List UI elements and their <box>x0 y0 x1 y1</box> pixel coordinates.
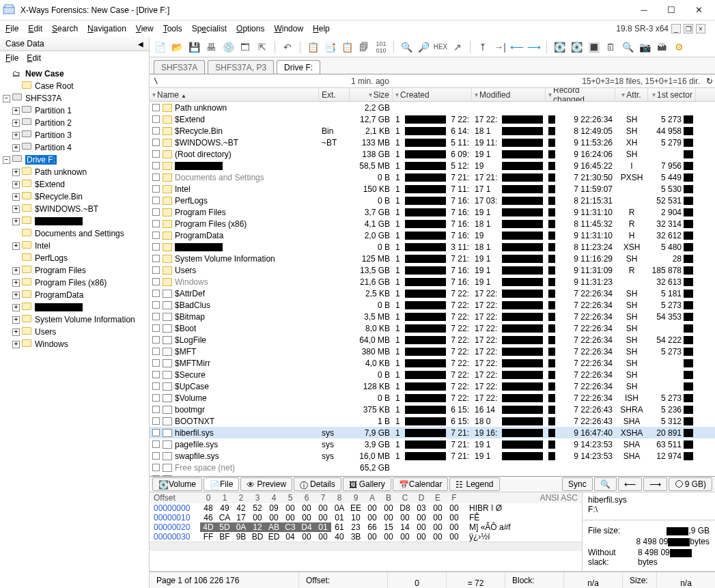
tree-windows-bt[interactable]: +$WINDOWS.~BT <box>3 203 149 215</box>
go-offset-icon[interactable]: →| <box>492 40 507 55</box>
save-as-icon[interactable]: 🖶 <box>204 40 219 55</box>
file-row[interactable]: Intel150 KB17 11:17 17 11:59:075 530 <box>150 183 715 195</box>
camera-icon[interactable]: 📷 <box>637 40 652 55</box>
copy3-icon[interactable]: 🗐 <box>356 40 371 55</box>
menu-options[interactable]: Options <box>236 24 264 33</box>
tree-intel[interactable]: +Intel <box>3 240 149 252</box>
tree-toggle[interactable]: + <box>12 107 20 115</box>
tree-redacted-2[interactable]: + <box>3 301 149 313</box>
tree-program-files[interactable]: +Program Files <box>3 264 149 277</box>
file-row[interactable]: Path unknown2,2 GB <box>150 102 715 113</box>
find-text-icon[interactable]: HEX <box>433 40 448 55</box>
tree-toggle[interactable]: + <box>12 341 20 348</box>
forward-icon[interactable]: ⟶ <box>527 40 542 55</box>
go-start-icon[interactable]: ⤒ <box>475 40 490 55</box>
file-row[interactable]: $Volume0 B17 22:17 22:7 22:26:34ISH5 273 <box>150 392 715 404</box>
refresh-icon[interactable]: ↻ <box>704 76 715 86</box>
file-row[interactable]: Documents and Settings0 B17 21:17 21:7 2… <box>150 171 715 183</box>
file-row[interactable]: System Volume Information125 MB17 21:19 … <box>150 253 715 264</box>
file-row[interactable]: Windows21,6 GB17 16:19 19 11:31:2332 613 <box>150 276 715 288</box>
tab-shfs37a-p3[interactable]: SHFS37A, P3 <box>208 60 274 74</box>
file-row[interactable]: $WINDOWS.~BT~BT133 MB15 11:19 11:9 11:53… <box>150 137 715 148</box>
menu-search[interactable]: Search <box>52 24 78 33</box>
viewtab-volume[interactable]: 💽Volume <box>152 477 202 491</box>
tree-toggle[interactable]: + <box>12 218 20 225</box>
menu-specialist[interactable]: Specialist <box>192 24 227 33</box>
file-row[interactable]: 0 B13 11:18 18 11:23:24XSH5 480 <box>150 241 715 253</box>
menu-navigation[interactable]: Navigation <box>87 24 126 33</box>
tree-toggle[interactable]: − <box>3 156 10 164</box>
tree-toggle[interactable]: + <box>12 304 20 311</box>
file-row[interactable]: $BadClus0 B17 22:17 22:7 22:26:34SH5 273 <box>150 299 715 311</box>
copy2-icon[interactable]: 📑 <box>322 40 337 55</box>
calendar-icon[interactable]: 🗓 <box>603 40 618 55</box>
tree-programdata[interactable]: +ProgramData <box>3 289 149 301</box>
tree-windows[interactable]: +Windows <box>3 338 149 350</box>
sidebar-menu-edit[interactable]: Edit <box>27 53 41 63</box>
col-ext[interactable]: Ext. <box>319 88 350 101</box>
file-row[interactable]: ProgramData2,0 GB17 16:199 11:31:10H32 6… <box>150 229 715 241</box>
file-row[interactable]: PerfLogs0 B17 16:17 03:8 21:15:3152 531 <box>150 195 715 206</box>
file-row[interactable]: $UpCase128 KB17 22:17 22:7 22:26:34SH <box>150 380 715 392</box>
hex-row[interactable]: 000000204D5D0A12ABC3D4016123661514000000… <box>150 522 582 532</box>
disk1-icon[interactable]: 💽 <box>552 40 567 55</box>
file-row[interactable]: pagefile.syssys3,9 GB17 21:19 19 14:23:5… <box>150 438 715 450</box>
maximize-button[interactable]: ☐ <box>658 1 685 20</box>
tree-toggle[interactable]: + <box>12 181 20 188</box>
minimize-button[interactable]: ─ <box>630 1 658 20</box>
file-row[interactable]: $AttrDef2,5 KB17 22:17 22:7 22:26:34SH5 … <box>150 288 715 299</box>
file-row[interactable]: $Secure0 B17 22:17 22:7 22:26:34SH <box>150 369 715 380</box>
hex-row[interactable]: 0000000048494252090000000AEE0000D8030000… <box>150 503 582 513</box>
file-row[interactable]: $Recycle.BinBin2,1 KB16 14:18 18 12:49:0… <box>150 125 715 137</box>
mdi-close-icon[interactable]: × <box>696 24 705 33</box>
menu-window[interactable]: Window <box>274 24 303 33</box>
chip-icon[interactable]: 🔳 <box>586 40 601 55</box>
tree-recycle[interactable]: +$Recycle.Bin <box>3 191 149 203</box>
menu-file[interactable]: File <box>5 24 18 33</box>
col-sector[interactable]: ▾1st sector <box>648 88 696 101</box>
menu-view[interactable]: View <box>136 24 154 33</box>
tree-toggle[interactable]: + <box>12 279 20 287</box>
col-attr[interactable]: ▾Attr. <box>615 88 648 101</box>
hex-scrollbar[interactable] <box>150 542 582 551</box>
hex-copy-icon[interactable]: 101010 <box>374 40 389 55</box>
hex-row[interactable]: 00000030FFBF9BBDED040000403B000000000000… <box>150 532 582 542</box>
viewtab-legend[interactable]: ☷Legend <box>449 477 499 491</box>
viewtab-gallery[interactable]: 🖼Gallery <box>343 477 391 491</box>
file-row[interactable]: $Extend12,7 GB17 22:17 22:9 22:26:34SH5 … <box>150 113 715 125</box>
open-icon[interactable]: 📂 <box>169 40 184 55</box>
tree-toggle[interactable]: + <box>12 169 20 176</box>
tree-toggle[interactable]: + <box>12 242 20 250</box>
tree-partition-3[interactable]: +Partition 3 <box>3 129 149 141</box>
tree-path-unknown[interactable]: +Path unknown <box>3 166 149 178</box>
col-name[interactable]: ▾Name <box>150 88 319 101</box>
viewtab-file[interactable]: 📄File <box>204 477 239 491</box>
tree-extend[interactable]: +$Extend <box>3 178 149 191</box>
tree-partition-4[interactable]: +Partition 4 <box>3 141 149 154</box>
file-row[interactable]: Program Files3,7 GB17 16:19 19 11:31:10R… <box>150 206 715 218</box>
col-record[interactable]: ▾Record changed <box>546 88 615 101</box>
file-row[interactable]: Users13,5 GB17 16:19 19 11:31:09R185 878 <box>150 264 715 276</box>
chevron-left-icon[interactable]: ◀ <box>138 40 143 48</box>
tree-disk-shfs37a[interactable]: −SHFS37A <box>3 92 149 104</box>
tree-toggle[interactable]: − <box>3 95 10 102</box>
tree-partition-2[interactable]: +Partition 2 <box>3 117 149 129</box>
image-icon[interactable]: 🗔 <box>238 40 253 55</box>
goto-icon[interactable]: ↗ <box>450 40 465 55</box>
viewtab-sync[interactable]: Sync <box>562 477 593 491</box>
mdi-minimize-icon[interactable]: _ <box>671 24 681 33</box>
gear-icon[interactable]: ⚙ <box>671 40 686 55</box>
file-row[interactable]: BOOTNXT1 B16 15:18 07 22:26:43SHA5 312 <box>150 415 715 427</box>
viewtab-prev[interactable]: ⟵ <box>618 477 642 491</box>
disk2-icon[interactable]: 💽 <box>569 40 584 55</box>
viewtab-search[interactable]: 🔍 <box>594 477 617 491</box>
tree-toggle[interactable]: + <box>12 132 20 139</box>
tree-toggle[interactable]: + <box>12 292 20 299</box>
viewtab-preview[interactable]: 👁Preview <box>240 477 292 491</box>
viewtab-next[interactable]: ⟶ <box>643 477 667 491</box>
viewtab-details[interactable]: ⓘDetails <box>294 477 341 491</box>
case-tree[interactable]: 🗂New CaseCase Root−SHFS37A+Partition 1+P… <box>0 65 149 588</box>
back-icon[interactable]: ⟵ <box>509 40 524 55</box>
menu-tools[interactable]: Tools <box>163 24 182 33</box>
undo-icon[interactable]: ↶ <box>280 40 295 55</box>
